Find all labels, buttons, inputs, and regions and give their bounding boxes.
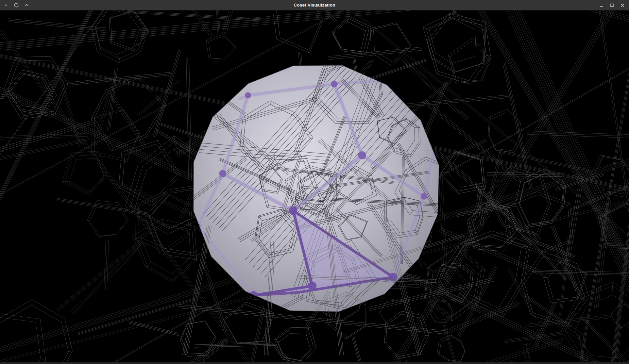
viewport-3d[interactable] <box>0 10 629 364</box>
title-bar-left-icons <box>0 3 29 8</box>
window-bottom-edge <box>0 362 629 364</box>
window-controls <box>599 3 629 8</box>
close-button[interactable] <box>620 3 625 8</box>
maximize-button[interactable] <box>609 3 615 8</box>
app-window: { "window": { "title": "Coset Visualizat… <box>0 0 629 364</box>
title-bar: Coset Visualization <box>0 0 629 10</box>
chevron-up-icon[interactable] <box>24 3 29 8</box>
circle-icon[interactable] <box>14 3 19 8</box>
dot-icon[interactable] <box>3 3 8 8</box>
minimize-button[interactable] <box>599 3 604 8</box>
window-title: Coset Visualization <box>0 0 629 10</box>
